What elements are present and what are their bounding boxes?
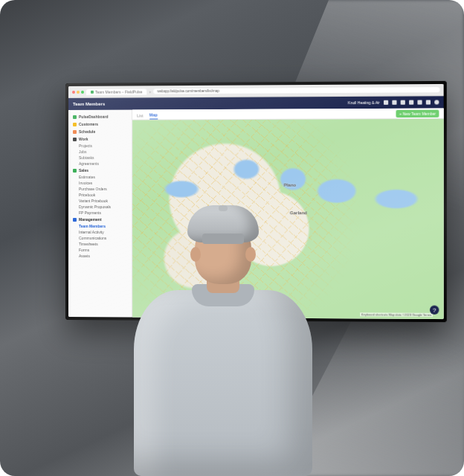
search-icon[interactable]: [401, 100, 405, 105]
tab-map[interactable]: Map: [149, 111, 158, 119]
nav-item[interactable]: Estimates: [71, 174, 132, 180]
maximize-icon[interactable]: [81, 90, 84, 93]
section-label: Sales: [79, 168, 88, 173]
tab-title: Team Members – FieldPulse: [95, 89, 143, 94]
nav-item[interactable]: Subtasks: [71, 155, 132, 161]
nav-section[interactable]: Work: [71, 135, 132, 143]
section-label: Customers: [79, 122, 98, 126]
company-name[interactable]: Knoll Heating & Air: [348, 100, 380, 105]
section-icon: [73, 137, 77, 141]
nav-section[interactable]: PulseDashboard: [71, 113, 132, 120]
gear-icon[interactable]: [426, 100, 431, 104]
help-icon[interactable]: [417, 100, 422, 105]
section-icon: [73, 115, 77, 118]
nav-section[interactable]: Customers: [71, 120, 132, 128]
plus-icon[interactable]: [384, 100, 388, 105]
section-label: PulseDashboard: [79, 115, 108, 119]
close-icon[interactable]: [72, 90, 75, 93]
person-ear-left: [190, 247, 201, 262]
section-icon: [73, 218, 77, 222]
section-icon: [73, 129, 77, 133]
section-label: Schedule: [79, 129, 95, 134]
section-label: Management: [79, 217, 102, 222]
nav-section[interactable]: Schedule: [71, 128, 132, 135]
map-attribution[interactable]: Keyboard shortcuts Map data ©2023 Google…: [360, 312, 433, 317]
nav-section[interactable]: Sales: [71, 167, 132, 174]
person-ear-right: [245, 247, 256, 262]
address-bar[interactable]: webapp.fieldpulse.com/members/list/map: [154, 87, 440, 94]
map-city-label: Plano: [283, 183, 296, 187]
page-title: Team Members: [73, 102, 105, 106]
url-text: webapp.fieldpulse.com/members/list/map: [158, 89, 219, 94]
window-controls[interactable]: [72, 90, 84, 93]
tab-list[interactable]: List: [137, 112, 144, 120]
section-label: Work: [79, 137, 88, 141]
nav-item[interactable]: Pricebook: [71, 192, 132, 198]
help-fab-icon[interactable]: ?: [430, 306, 439, 315]
cap-button: [219, 205, 228, 211]
nav-item[interactable]: Purchase Orders: [71, 186, 132, 192]
avatar[interactable]: [434, 100, 439, 104]
section-icon: [73, 122, 77, 126]
nav-item[interactable]: Invoices: [71, 180, 132, 186]
add-team-member-button[interactable]: + New Team Member: [396, 110, 439, 118]
nav-item[interactable]: Projects: [71, 143, 132, 149]
new-tab-icon[interactable]: +: [149, 89, 152, 94]
timer-icon[interactable]: [392, 100, 396, 105]
browser-tab[interactable]: Team Members – FieldPulse: [86, 89, 147, 94]
cap-strap: [202, 234, 244, 244]
header-actions: Knoll Heating & Air: [348, 100, 439, 105]
person-foreground: [119, 208, 327, 476]
person-torso: [134, 290, 312, 476]
favicon-icon: [91, 90, 94, 93]
section-icon: [73, 168, 77, 172]
bell-icon[interactable]: [409, 100, 413, 105]
nav-item[interactable]: Agreements: [71, 161, 132, 167]
nav-item[interactable]: Variant Pricebook: [71, 198, 132, 204]
nav-item[interactable]: Jobs: [71, 149, 132, 155]
minimize-icon[interactable]: [77, 90, 80, 93]
